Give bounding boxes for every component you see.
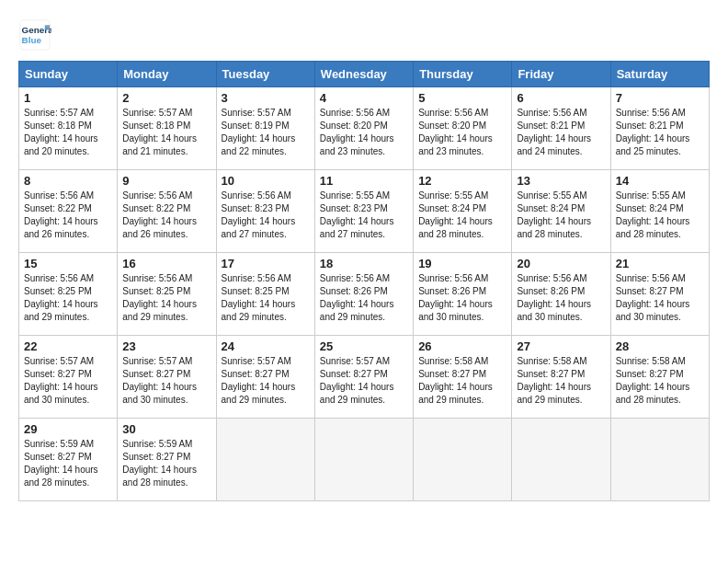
day-cell: 26Sunrise: 5:58 AM Sunset: 8:27 PM Dayli… (414, 336, 512, 419)
day-cell: 28Sunrise: 5:58 AM Sunset: 8:27 PM Dayli… (610, 336, 709, 419)
day-info: Sunrise: 5:55 AM Sunset: 8:24 PM Dayligh… (418, 190, 506, 241)
day-number: 20 (517, 257, 605, 270)
header-sunday: Sunday (19, 62, 118, 87)
day-number: 5 (418, 91, 506, 105)
logo: General Blue (18, 18, 55, 52)
header-thursday: Thursday (414, 62, 512, 87)
day-number: 25 (320, 339, 408, 353)
day-info: Sunrise: 5:56 AM Sunset: 8:25 PM Dayligh… (24, 272, 112, 324)
day-info: Sunrise: 5:56 AM Sunset: 8:22 PM Dayligh… (24, 190, 112, 241)
day-cell: 8Sunrise: 5:56 AM Sunset: 8:22 PM Daylig… (19, 170, 118, 253)
day-info: Sunrise: 5:56 AM Sunset: 8:25 PM Dayligh… (122, 272, 210, 324)
header-wednesday: Wednesday (314, 62, 413, 87)
day-number: 23 (122, 339, 210, 353)
day-cell: 30Sunrise: 5:59 AM Sunset: 8:27 PM Dayli… (118, 419, 216, 501)
day-info: Sunrise: 5:56 AM Sunset: 8:26 PM Dayligh… (418, 272, 506, 324)
day-info: Sunrise: 5:56 AM Sunset: 8:20 PM Dayligh… (418, 107, 506, 158)
day-info: Sunrise: 5:57 AM Sunset: 8:18 PM Dayligh… (24, 107, 112, 158)
day-info: Sunrise: 5:56 AM Sunset: 8:21 PM Dayligh… (616, 107, 704, 158)
day-cell: 1Sunrise: 5:57 AM Sunset: 8:18 PM Daylig… (19, 87, 118, 170)
day-info: Sunrise: 5:59 AM Sunset: 8:27 PM Dayligh… (24, 438, 112, 489)
day-number: 14 (616, 174, 704, 188)
day-cell: 15Sunrise: 5:56 AM Sunset: 8:25 PM Dayli… (19, 253, 118, 336)
day-cell: 20Sunrise: 5:56 AM Sunset: 8:26 PM Dayli… (512, 253, 610, 336)
day-number: 19 (418, 257, 506, 270)
day-cell: 29Sunrise: 5:59 AM Sunset: 8:27 PM Dayli… (19, 419, 118, 501)
day-number: 2 (122, 91, 210, 105)
header: General Blue (18, 18, 710, 52)
day-cell: 23Sunrise: 5:57 AM Sunset: 8:27 PM Dayli… (118, 336, 216, 419)
day-info: Sunrise: 5:55 AM Sunset: 8:24 PM Dayligh… (517, 190, 605, 241)
header-saturday: Saturday (610, 62, 709, 87)
week-row-4: 22Sunrise: 5:57 AM Sunset: 8:27 PM Dayli… (19, 336, 710, 419)
day-cell: 13Sunrise: 5:55 AM Sunset: 8:24 PM Dayli… (512, 170, 610, 253)
day-cell: 9Sunrise: 5:56 AM Sunset: 8:22 PM Daylig… (118, 170, 216, 253)
day-cell (216, 419, 314, 501)
calendar-header-row: SundayMondayTuesdayWednesdayThursdayFrid… (19, 62, 710, 87)
day-number: 4 (320, 91, 408, 105)
day-number: 10 (222, 174, 310, 188)
day-cell: 25Sunrise: 5:57 AM Sunset: 8:27 PM Dayli… (314, 336, 413, 419)
day-cell: 4Sunrise: 5:56 AM Sunset: 8:20 PM Daylig… (314, 87, 413, 170)
day-info: Sunrise: 5:58 AM Sunset: 8:27 PM Dayligh… (418, 355, 506, 407)
calendar-table: SundayMondayTuesdayWednesdayThursdayFrid… (18, 61, 710, 501)
day-cell: 7Sunrise: 5:56 AM Sunset: 8:21 PM Daylig… (610, 87, 709, 170)
day-cell: 10Sunrise: 5:56 AM Sunset: 8:23 PM Dayli… (216, 170, 314, 253)
day-info: Sunrise: 5:58 AM Sunset: 8:27 PM Dayligh… (517, 355, 605, 407)
day-number: 30 (122, 422, 210, 436)
day-info: Sunrise: 5:57 AM Sunset: 8:27 PM Dayligh… (222, 355, 310, 407)
day-cell: 12Sunrise: 5:55 AM Sunset: 8:24 PM Dayli… (414, 170, 512, 253)
day-number: 26 (418, 339, 506, 353)
day-number: 1 (24, 91, 112, 105)
day-cell (610, 419, 709, 501)
day-cell: 19Sunrise: 5:56 AM Sunset: 8:26 PM Dayli… (414, 253, 512, 336)
day-info: Sunrise: 5:56 AM Sunset: 8:21 PM Dayligh… (517, 107, 605, 158)
day-cell: 11Sunrise: 5:55 AM Sunset: 8:23 PM Dayli… (314, 170, 413, 253)
day-info: Sunrise: 5:57 AM Sunset: 8:27 PM Dayligh… (320, 355, 408, 407)
day-number: 13 (517, 174, 605, 188)
day-number: 24 (222, 339, 310, 353)
day-number: 22 (24, 339, 112, 353)
header-friday: Friday (512, 62, 610, 87)
day-number: 7 (616, 91, 704, 105)
day-info: Sunrise: 5:56 AM Sunset: 8:25 PM Dayligh… (222, 272, 310, 324)
day-number: 15 (24, 257, 112, 270)
day-info: Sunrise: 5:58 AM Sunset: 8:27 PM Dayligh… (616, 355, 704, 407)
day-cell: 14Sunrise: 5:55 AM Sunset: 8:24 PM Dayli… (610, 170, 709, 253)
day-cell: 27Sunrise: 5:58 AM Sunset: 8:27 PM Dayli… (512, 336, 610, 419)
day-cell: 22Sunrise: 5:57 AM Sunset: 8:27 PM Dayli… (19, 336, 118, 419)
day-info: Sunrise: 5:56 AM Sunset: 8:22 PM Dayligh… (122, 190, 210, 241)
day-info: Sunrise: 5:59 AM Sunset: 8:27 PM Dayligh… (122, 438, 210, 489)
day-info: Sunrise: 5:57 AM Sunset: 8:27 PM Dayligh… (122, 355, 210, 407)
day-number: 29 (24, 422, 112, 436)
day-number: 18 (320, 257, 408, 270)
day-info: Sunrise: 5:56 AM Sunset: 8:20 PM Dayligh… (320, 107, 408, 158)
day-number: 12 (418, 174, 506, 188)
day-cell: 18Sunrise: 5:56 AM Sunset: 8:26 PM Dayli… (314, 253, 413, 336)
day-cell: 17Sunrise: 5:56 AM Sunset: 8:25 PM Dayli… (216, 253, 314, 336)
header-monday: Monday (118, 62, 216, 87)
day-number: 3 (222, 91, 310, 105)
day-cell: 5Sunrise: 5:56 AM Sunset: 8:20 PM Daylig… (414, 87, 512, 170)
day-info: Sunrise: 5:56 AM Sunset: 8:26 PM Dayligh… (517, 272, 605, 324)
day-number: 21 (616, 257, 704, 270)
day-info: Sunrise: 5:56 AM Sunset: 8:23 PM Dayligh… (222, 190, 310, 241)
header-tuesday: Tuesday (216, 62, 314, 87)
week-row-2: 8Sunrise: 5:56 AM Sunset: 8:22 PM Daylig… (19, 170, 710, 253)
day-number: 17 (222, 257, 310, 270)
day-cell: 24Sunrise: 5:57 AM Sunset: 8:27 PM Dayli… (216, 336, 314, 419)
day-number: 11 (320, 174, 408, 188)
day-cell: 21Sunrise: 5:56 AM Sunset: 8:27 PM Dayli… (610, 253, 709, 336)
day-cell (314, 419, 413, 501)
day-cell (512, 419, 610, 501)
day-number: 9 (122, 174, 210, 188)
day-number: 8 (24, 174, 112, 188)
day-info: Sunrise: 5:55 AM Sunset: 8:24 PM Dayligh… (616, 190, 704, 241)
svg-text:Blue: Blue (22, 35, 42, 45)
day-cell: 6Sunrise: 5:56 AM Sunset: 8:21 PM Daylig… (512, 87, 610, 170)
day-info: Sunrise: 5:57 AM Sunset: 8:19 PM Dayligh… (222, 107, 310, 158)
day-cell (414, 419, 512, 501)
week-row-1: 1Sunrise: 5:57 AM Sunset: 8:18 PM Daylig… (19, 87, 710, 170)
week-row-3: 15Sunrise: 5:56 AM Sunset: 8:25 PM Dayli… (19, 253, 710, 336)
day-cell: 16Sunrise: 5:56 AM Sunset: 8:25 PM Dayli… (118, 253, 216, 336)
